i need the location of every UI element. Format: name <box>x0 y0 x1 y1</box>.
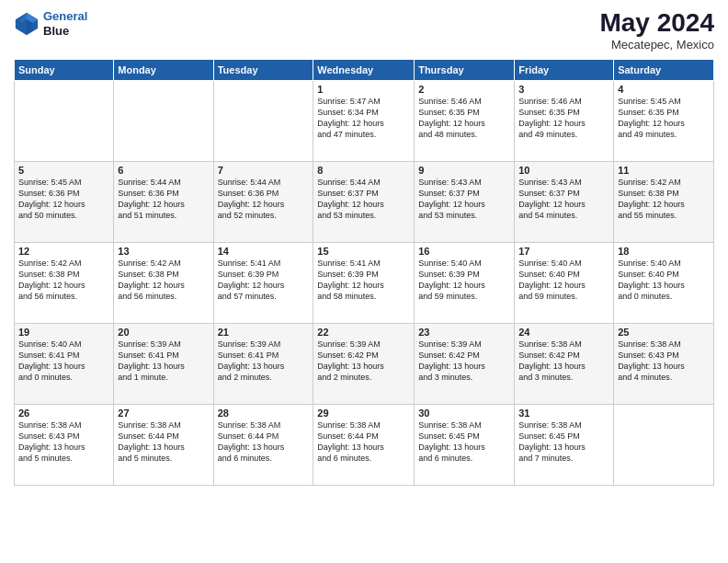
day-number: 31 <box>518 408 609 419</box>
calendar-cell <box>114 80 213 161</box>
cell-info: Sunrise: 5:40 AM Sunset: 6:41 PM Dayligh… <box>18 339 109 384</box>
day-number: 27 <box>118 408 209 419</box>
cell-info: Sunrise: 5:43 AM Sunset: 6:37 PM Dayligh… <box>518 177 609 222</box>
calendar-cell: 13Sunrise: 5:42 AM Sunset: 6:38 PM Dayli… <box>114 242 213 323</box>
calendar-cell: 20Sunrise: 5:39 AM Sunset: 6:41 PM Dayli… <box>114 323 213 404</box>
calendar-cell: 2Sunrise: 5:46 AM Sunset: 6:35 PM Daylig… <box>415 80 515 161</box>
cell-info: Sunrise: 5:38 AM Sunset: 6:43 PM Dayligh… <box>618 339 710 384</box>
cell-info: Sunrise: 5:45 AM Sunset: 6:36 PM Dayligh… <box>18 177 109 222</box>
day-number: 20 <box>118 327 209 338</box>
calendar-cell: 29Sunrise: 5:38 AM Sunset: 6:44 PM Dayli… <box>313 404 415 485</box>
calendar-table: SundayMondayTuesdayWednesdayThursdayFrid… <box>14 59 714 486</box>
weekday-header-cell: Friday <box>515 59 614 80</box>
cell-info: Sunrise: 5:41 AM Sunset: 6:39 PM Dayligh… <box>218 258 310 303</box>
calendar-cell: 1Sunrise: 5:47 AM Sunset: 6:34 PM Daylig… <box>313 80 415 161</box>
calendar-cell: 23Sunrise: 5:39 AM Sunset: 6:42 PM Dayli… <box>415 323 515 404</box>
cell-info: Sunrise: 5:44 AM Sunset: 6:37 PM Dayligh… <box>317 177 410 222</box>
title-area: May 2024 Mecatepec, Mexico <box>599 9 714 52</box>
day-number: 11 <box>618 165 710 176</box>
weekday-header-cell: Wednesday <box>313 59 415 80</box>
cell-info: Sunrise: 5:38 AM Sunset: 6:45 PM Dayligh… <box>418 419 510 465</box>
cell-info: Sunrise: 5:39 AM Sunset: 6:41 PM Dayligh… <box>118 339 209 384</box>
calendar-cell: 19Sunrise: 5:40 AM Sunset: 6:41 PM Dayli… <box>15 323 114 404</box>
calendar-cell: 14Sunrise: 5:41 AM Sunset: 6:39 PM Dayli… <box>213 242 313 323</box>
day-number: 12 <box>18 246 109 257</box>
day-number: 6 <box>118 165 209 176</box>
calendar-cell: 15Sunrise: 5:41 AM Sunset: 6:39 PM Dayli… <box>313 242 415 323</box>
cell-info: Sunrise: 5:40 AM Sunset: 6:40 PM Dayligh… <box>518 258 609 303</box>
calendar-cell: 17Sunrise: 5:40 AM Sunset: 6:40 PM Dayli… <box>515 242 614 323</box>
day-number: 23 <box>418 327 510 338</box>
calendar-cell <box>213 80 313 161</box>
day-number: 30 <box>418 408 510 419</box>
cell-info: Sunrise: 5:39 AM Sunset: 6:42 PM Dayligh… <box>317 339 410 384</box>
day-number: 17 <box>518 246 609 257</box>
calendar-cell: 3Sunrise: 5:46 AM Sunset: 6:35 PM Daylig… <box>515 80 614 161</box>
calendar-week-row: 26Sunrise: 5:38 AM Sunset: 6:43 PM Dayli… <box>15 404 714 485</box>
cell-info: Sunrise: 5:42 AM Sunset: 6:38 PM Dayligh… <box>18 258 109 303</box>
cell-info: Sunrise: 5:47 AM Sunset: 6:34 PM Dayligh… <box>317 96 410 141</box>
calendar-cell: 18Sunrise: 5:40 AM Sunset: 6:40 PM Dayli… <box>614 242 714 323</box>
calendar-cell: 24Sunrise: 5:38 AM Sunset: 6:42 PM Dayli… <box>515 323 614 404</box>
day-number: 29 <box>317 408 410 419</box>
calendar-cell: 11Sunrise: 5:42 AM Sunset: 6:38 PM Dayli… <box>614 161 714 242</box>
header: General Blue May 2024 Mecatepec, Mexico <box>14 9 714 52</box>
day-number: 14 <box>218 246 310 257</box>
cell-info: Sunrise: 5:42 AM Sunset: 6:38 PM Dayligh… <box>118 258 209 303</box>
day-number: 13 <box>118 246 209 257</box>
cell-info: Sunrise: 5:40 AM Sunset: 6:40 PM Dayligh… <box>618 258 710 303</box>
calendar-cell: 12Sunrise: 5:42 AM Sunset: 6:38 PM Dayli… <box>15 242 114 323</box>
day-number: 18 <box>618 246 710 257</box>
logo-text: General Blue <box>43 9 87 38</box>
calendar-cell: 8Sunrise: 5:44 AM Sunset: 6:37 PM Daylig… <box>313 161 415 242</box>
cell-info: Sunrise: 5:38 AM Sunset: 6:44 PM Dayligh… <box>317 419 410 465</box>
day-number: 19 <box>18 327 109 338</box>
cell-info: Sunrise: 5:42 AM Sunset: 6:38 PM Dayligh… <box>618 177 710 222</box>
day-number: 25 <box>618 327 710 338</box>
location-subtitle: Mecatepec, Mexico <box>599 38 714 52</box>
cell-info: Sunrise: 5:44 AM Sunset: 6:36 PM Dayligh… <box>118 177 209 222</box>
day-number: 5 <box>18 165 109 176</box>
weekday-header-row: SundayMondayTuesdayWednesdayThursdayFrid… <box>15 59 714 80</box>
month-title: May 2024 <box>599 9 714 38</box>
calendar-cell: 7Sunrise: 5:44 AM Sunset: 6:36 PM Daylig… <box>213 161 313 242</box>
cell-info: Sunrise: 5:45 AM Sunset: 6:35 PM Dayligh… <box>618 96 710 141</box>
day-number: 10 <box>518 165 609 176</box>
cell-info: Sunrise: 5:39 AM Sunset: 6:42 PM Dayligh… <box>418 339 510 384</box>
cell-info: Sunrise: 5:41 AM Sunset: 6:39 PM Dayligh… <box>317 258 410 303</box>
day-number: 21 <box>218 327 310 338</box>
calendar-cell: 30Sunrise: 5:38 AM Sunset: 6:45 PM Dayli… <box>415 404 515 485</box>
day-number: 24 <box>518 327 609 338</box>
calendar-cell: 21Sunrise: 5:39 AM Sunset: 6:41 PM Dayli… <box>213 323 313 404</box>
cell-info: Sunrise: 5:43 AM Sunset: 6:37 PM Dayligh… <box>418 177 510 222</box>
cell-info: Sunrise: 5:46 AM Sunset: 6:35 PM Dayligh… <box>518 96 609 141</box>
calendar-cell: 27Sunrise: 5:38 AM Sunset: 6:44 PM Dayli… <box>114 404 213 485</box>
calendar-cell <box>614 404 714 485</box>
day-number: 26 <box>18 408 109 419</box>
logo: General Blue <box>14 9 87 38</box>
calendar-cell: 6Sunrise: 5:44 AM Sunset: 6:36 PM Daylig… <box>114 161 213 242</box>
calendar-cell: 25Sunrise: 5:38 AM Sunset: 6:43 PM Dayli… <box>614 323 714 404</box>
cell-info: Sunrise: 5:38 AM Sunset: 6:42 PM Dayligh… <box>518 339 609 384</box>
day-number: 22 <box>317 327 410 338</box>
calendar-cell: 10Sunrise: 5:43 AM Sunset: 6:37 PM Dayli… <box>515 161 614 242</box>
day-number: 28 <box>218 408 310 419</box>
day-number: 1 <box>317 84 410 95</box>
calendar-cell: 26Sunrise: 5:38 AM Sunset: 6:43 PM Dayli… <box>15 404 114 485</box>
page-container: General Blue May 2024 Mecatepec, Mexico … <box>0 0 728 563</box>
day-number: 3 <box>518 84 609 95</box>
calendar-week-row: 12Sunrise: 5:42 AM Sunset: 6:38 PM Dayli… <box>15 242 714 323</box>
calendar-week-row: 1Sunrise: 5:47 AM Sunset: 6:34 PM Daylig… <box>15 80 714 161</box>
weekday-header-cell: Saturday <box>614 59 714 80</box>
cell-info: Sunrise: 5:39 AM Sunset: 6:41 PM Dayligh… <box>218 339 310 384</box>
calendar-cell: 16Sunrise: 5:40 AM Sunset: 6:39 PM Dayli… <box>415 242 515 323</box>
weekday-header-cell: Thursday <box>415 59 515 80</box>
weekday-header-cell: Sunday <box>15 59 114 80</box>
cell-info: Sunrise: 5:46 AM Sunset: 6:35 PM Dayligh… <box>418 96 510 141</box>
calendar-cell: 4Sunrise: 5:45 AM Sunset: 6:35 PM Daylig… <box>614 80 714 161</box>
cell-info: Sunrise: 5:44 AM Sunset: 6:36 PM Dayligh… <box>218 177 310 222</box>
day-number: 8 <box>317 165 410 176</box>
day-number: 15 <box>317 246 410 257</box>
day-number: 16 <box>418 246 510 257</box>
calendar-body: 1Sunrise: 5:47 AM Sunset: 6:34 PM Daylig… <box>15 80 714 485</box>
